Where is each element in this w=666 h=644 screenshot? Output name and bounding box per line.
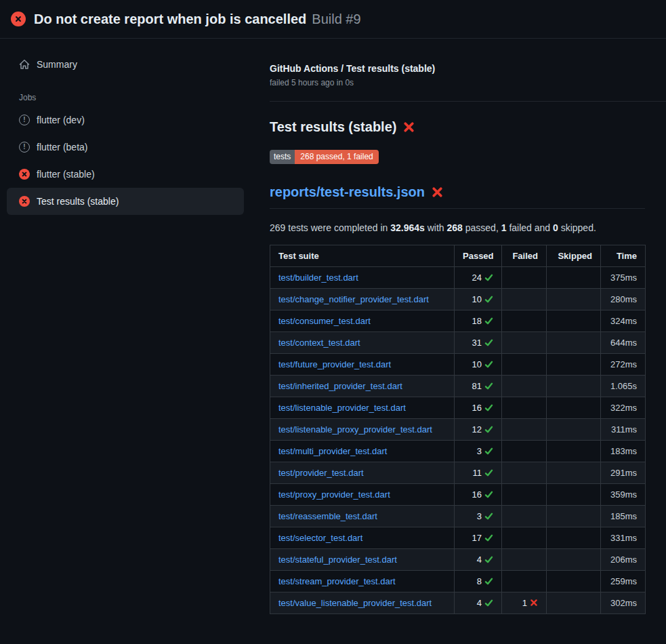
cell-time: 324ms: [601, 310, 646, 332]
cell-failed: [502, 354, 547, 376]
cell-time: 322ms: [601, 397, 646, 419]
suite-link[interactable]: test/builder_test.dart: [278, 273, 358, 283]
cell-passed: 11: [455, 462, 502, 484]
result-row: test/context_test.dart31644ms: [270, 332, 646, 354]
cell-passed: 81: [455, 376, 502, 397]
check-icon: [484, 338, 493, 347]
cell-skipped: [547, 549, 601, 571]
cell-failed: [502, 310, 547, 332]
cell-skipped: [547, 332, 601, 354]
cell-skipped: [547, 419, 601, 441]
check-icon: [484, 447, 493, 456]
cell-passed: 16: [455, 397, 502, 419]
check-icon: [484, 512, 493, 521]
cell-skipped: [547, 592, 601, 614]
main-content: GitHub Actions / Test results (stable) f…: [251, 39, 666, 644]
suite-link[interactable]: test/inherited_provider_test.dart: [278, 381, 402, 391]
sidebar-job-flutter-dev[interactable]: !flutter (dev): [7, 106, 244, 134]
cell-suite: test/inherited_provider_test.dart: [270, 376, 455, 397]
cell-time: 272ms: [601, 354, 646, 376]
build-number: Build #9: [312, 12, 360, 27]
cell-passed: 17: [455, 527, 502, 549]
check-icon: [484, 468, 493, 477]
cell-time: 359ms: [601, 484, 646, 506]
check-run-title-text: Test results (stable): [270, 119, 396, 135]
sidebar-item-summary[interactable]: Summary: [7, 52, 244, 77]
sidebar-job-flutter-beta[interactable]: !flutter (beta): [7, 134, 244, 161]
col-time: Time: [601, 245, 646, 267]
suite-link[interactable]: test/multi_provider_test.dart: [278, 446, 387, 456]
check-icon: [484, 599, 493, 607]
badge-label: tests: [270, 150, 295, 164]
cell-failed: [502, 527, 547, 549]
summary-line: 269 tests were completed in 32.964s with…: [270, 222, 666, 233]
cell-failed: [502, 267, 547, 289]
cell-passed: 4: [455, 592, 502, 614]
job-label: flutter (beta): [37, 142, 87, 153]
breadcrumb: GitHub Actions / Test results (stable): [270, 63, 666, 74]
summary-skipped-count: 0: [553, 222, 558, 233]
checks-page: Do not create report when job is cancell…: [0, 0, 666, 644]
cell-skipped: [547, 527, 601, 549]
suite-link[interactable]: test/change_notifier_provider_test.dart: [278, 294, 429, 304]
result-row: test/value_listenable_provider_test.dart…: [270, 592, 646, 614]
sidebar-job-test-results-stable[interactable]: Test results (stable): [7, 188, 244, 215]
result-row: test/inherited_provider_test.dart811.065…: [270, 376, 646, 397]
suite-link[interactable]: test/listenable_proxy_provider_test.dart: [278, 424, 432, 435]
badge-value: 268 passed, 1 failed: [295, 150, 378, 164]
cell-skipped: [547, 354, 601, 376]
cell-time: 259ms: [601, 571, 646, 592]
check-icon: [484, 295, 493, 304]
cell-time: 302ms: [601, 592, 646, 614]
cell-failed: [502, 441, 547, 462]
summary-part: failed and: [507, 222, 554, 233]
cell-skipped: [547, 484, 601, 506]
result-row: test/proxy_provider_test.dart16359ms: [270, 484, 646, 506]
suite-link[interactable]: test/listenable_provider_test.dart: [278, 403, 406, 413]
cell-passed: 18: [455, 310, 502, 332]
cell-failed: [502, 462, 547, 484]
job-label: flutter (dev): [37, 115, 85, 125]
cell-skipped: [547, 397, 601, 419]
cell-passed: 8: [455, 571, 502, 592]
suite-link[interactable]: test/provider_test.dart: [278, 468, 364, 478]
result-row: test/stream_provider_test.dart8259ms: [270, 571, 646, 592]
sidebar-job-flutter-stable[interactable]: flutter (stable): [7, 161, 244, 188]
report-file-heading: reports/test-results.json: [270, 184, 645, 209]
suite-link[interactable]: test/stateful_provider_test.dart: [278, 555, 397, 565]
cell-passed: 10: [455, 289, 502, 310]
suite-link[interactable]: test/context_test.dart: [278, 338, 360, 348]
cancelled-icon: !: [19, 142, 30, 153]
cell-failed: [502, 506, 547, 527]
results-header-row: Test suite Passed Failed Skipped Time: [270, 245, 646, 267]
cell-failed: [502, 571, 547, 592]
suite-link[interactable]: test/value_listenable_provider_test.dart: [278, 598, 432, 608]
summary-failed-count: 1: [501, 222, 507, 233]
cell-passed: 3: [455, 506, 502, 527]
cell-failed: [502, 397, 547, 419]
cell-suite: test/reassemble_test.dart: [270, 506, 455, 527]
cell-suite: test/change_notifier_provider_test.dart: [270, 289, 455, 310]
cell-passed: 10: [455, 354, 502, 376]
suite-link[interactable]: test/proxy_provider_test.dart: [278, 489, 390, 500]
cell-time: 644ms: [601, 332, 646, 354]
tests-badge: tests 268 passed, 1 failed: [270, 150, 379, 164]
results-table: Test suite Passed Failed Skipped Time te…: [270, 245, 646, 614]
check-icon: [484, 577, 493, 586]
suite-link[interactable]: test/future_provider_test.dart: [278, 359, 391, 369]
check-run-title: Test results (stable): [270, 119, 666, 135]
cell-suite: test/proxy_provider_test.dart: [270, 484, 455, 506]
job-label: Test results (stable): [37, 196, 119, 207]
check-icon: [484, 382, 493, 390]
report-file-link[interactable]: reports/test-results.json: [270, 184, 425, 200]
suite-link[interactable]: test/stream_provider_test.dart: [278, 576, 396, 586]
cell-skipped: [547, 376, 601, 397]
suite-link[interactable]: test/selector_test.dart: [278, 533, 362, 543]
suite-link[interactable]: test/reassemble_test.dart: [278, 511, 377, 521]
cell-failed: [502, 419, 547, 441]
cell-suite: test/value_listenable_provider_test.dart: [270, 592, 455, 614]
suite-link[interactable]: test/consumer_test.dart: [278, 316, 371, 326]
summary-duration: 32.964s: [390, 222, 425, 233]
result-row: test/builder_test.dart24375ms: [270, 267, 646, 289]
check-icon: [484, 403, 493, 412]
